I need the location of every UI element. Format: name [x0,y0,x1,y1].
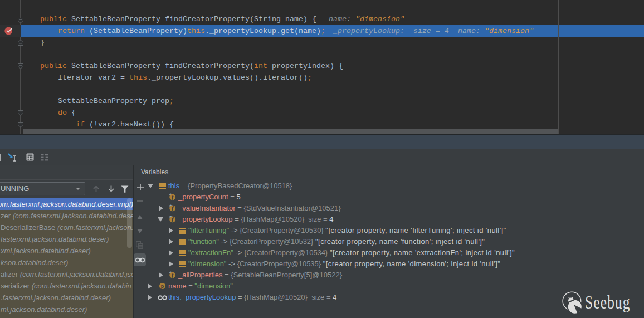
svg-text:p: p [161,283,164,289]
svg-text:Seebug: Seebug [585,292,631,312]
